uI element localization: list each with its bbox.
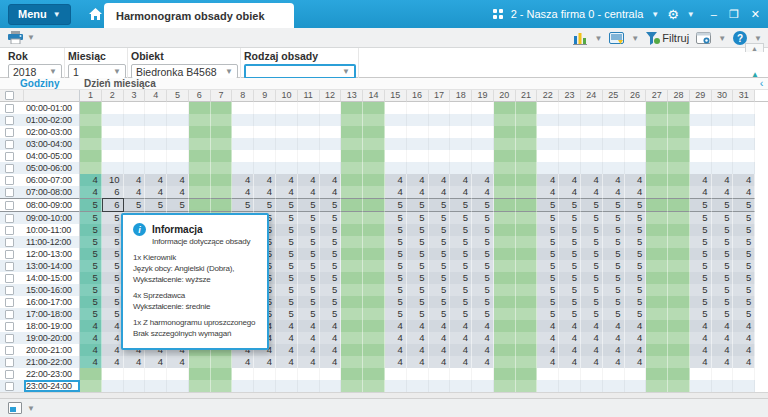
staffing-cell[interactable] <box>668 150 690 162</box>
staffing-cell[interactable] <box>690 368 712 380</box>
staffing-cell[interactable]: 4 <box>429 356 451 368</box>
day-column-header[interactable]: 26 <box>625 90 647 102</box>
filter-select[interactable]: 2018▼ <box>8 64 62 79</box>
staffing-cell[interactable]: 4 <box>603 174 625 186</box>
staffing-cell[interactable]: 5 <box>80 248 102 260</box>
time-cell[interactable]: 02:00-03:00 <box>24 126 80 138</box>
staffing-cell[interactable]: 5 <box>690 272 712 284</box>
staffing-cell[interactable]: 5 <box>80 212 102 224</box>
staffing-cell[interactable] <box>646 320 668 332</box>
staffing-cell[interactable]: 4 <box>145 186 167 198</box>
staffing-cell[interactable] <box>559 138 581 150</box>
staffing-cell[interactable]: 5 <box>603 248 625 260</box>
staffing-cell[interactable] <box>690 150 712 162</box>
staffing-cell[interactable] <box>516 320 538 332</box>
staffing-cell[interactable]: 5 <box>537 248 559 260</box>
staffing-cell[interactable] <box>603 368 625 380</box>
staffing-cell[interactable]: 5 <box>537 272 559 284</box>
day-column-header[interactable]: 7 <box>211 90 233 102</box>
staffing-cell[interactable] <box>124 150 146 162</box>
staffing-cell[interactable] <box>646 248 668 260</box>
staffing-cell[interactable]: 5 <box>559 248 581 260</box>
staffing-cell[interactable] <box>145 126 167 138</box>
staffing-cell[interactable]: 5 <box>603 212 625 224</box>
row-checkbox[interactable] <box>5 322 14 331</box>
staffing-cell[interactable] <box>603 150 625 162</box>
staffing-cell[interactable]: 5 <box>603 198 625 212</box>
staffing-cell[interactable]: 5 <box>712 224 734 236</box>
staffing-cell[interactable]: 5 <box>385 224 407 236</box>
staffing-cell[interactable] <box>429 368 451 380</box>
staffing-cell[interactable] <box>145 150 167 162</box>
staffing-cell[interactable] <box>341 224 363 236</box>
staffing-cell[interactable]: 5 <box>145 198 167 212</box>
staffing-cell[interactable]: 4 <box>80 174 102 186</box>
staffing-cell[interactable] <box>668 212 690 224</box>
staffing-cell[interactable] <box>733 380 755 392</box>
staffing-cell[interactable]: 4 <box>450 320 472 332</box>
day-column-header[interactable]: 2 <box>102 90 124 102</box>
staffing-cell[interactable] <box>189 186 211 198</box>
staffing-cell[interactable]: 4 <box>407 356 429 368</box>
staffing-cell[interactable] <box>254 162 276 174</box>
day-column-header[interactable]: 13 <box>341 90 363 102</box>
staffing-cell[interactable]: 5 <box>450 212 472 224</box>
staffing-cell[interactable]: 5 <box>450 224 472 236</box>
staffing-cell[interactable] <box>102 162 124 174</box>
select-all-checkbox[interactable] <box>5 91 14 100</box>
staffing-cell[interactable] <box>385 150 407 162</box>
staffing-cell[interactable]: 5 <box>450 272 472 284</box>
staffing-cell[interactable] <box>363 368 385 380</box>
staffing-cell[interactable]: 5 <box>80 236 102 248</box>
row-checkbox[interactable] <box>5 214 14 223</box>
close-button[interactable]: ✕ <box>751 8 760 21</box>
staffing-cell[interactable] <box>145 368 167 380</box>
staffing-cell[interactable]: 5 <box>429 248 451 260</box>
chevron-down-icon[interactable]: ▼ <box>651 10 659 19</box>
staffing-cell[interactable]: 5 <box>690 236 712 248</box>
staffing-cell[interactable] <box>733 162 755 174</box>
staffing-cell[interactable]: 5 <box>690 198 712 212</box>
staffing-cell[interactable] <box>494 344 516 356</box>
staffing-cell[interactable]: 5 <box>472 198 494 212</box>
staffing-cell[interactable] <box>211 102 233 114</box>
staffing-cell[interactable]: 5 <box>581 308 603 320</box>
time-cell[interactable]: 17:00-18:00 <box>24 308 80 320</box>
staffing-cell[interactable] <box>363 236 385 248</box>
staffing-cell[interactable] <box>646 308 668 320</box>
staffing-cell[interactable]: 5 <box>603 272 625 284</box>
staffing-cell[interactable]: 5 <box>276 224 298 236</box>
collapse-panel-button[interactable]: ▲ <box>745 43 764 52</box>
staffing-cell[interactable]: 4 <box>254 186 276 198</box>
row-checkbox[interactable] <box>5 310 14 319</box>
staffing-cell[interactable] <box>80 138 102 150</box>
staffing-cell[interactable]: 5 <box>407 198 429 212</box>
export-dropdown-chevron-icon[interactable]: ▼ <box>631 34 639 43</box>
staffing-cell[interactable] <box>124 126 146 138</box>
staffing-cell[interactable]: 4 <box>625 320 647 332</box>
help-dropdown-chevron-icon[interactable]: ▼ <box>754 34 762 43</box>
row-checkbox[interactable] <box>5 164 14 173</box>
staffing-cell[interactable] <box>733 102 755 114</box>
window-settings-dropdown-chevron-icon[interactable]: ▼ <box>718 34 726 43</box>
staffing-cell[interactable]: 5 <box>559 308 581 320</box>
staffing-cell[interactable] <box>211 114 233 126</box>
time-cell[interactable]: 06:00-07:00 <box>24 174 80 186</box>
staffing-cell[interactable]: 5 <box>733 272 755 284</box>
staffing-cell[interactable] <box>211 368 233 380</box>
staffing-cell[interactable] <box>363 272 385 284</box>
staffing-cell[interactable] <box>559 126 581 138</box>
staffing-cell[interactable]: 4 <box>80 332 102 344</box>
staffing-cell[interactable] <box>341 272 363 284</box>
staffing-cell[interactable] <box>625 150 647 162</box>
staffing-cell[interactable] <box>646 272 668 284</box>
staffing-cell[interactable]: 5 <box>472 296 494 308</box>
staffing-cell[interactable] <box>733 138 755 150</box>
staffing-cell[interactable] <box>232 114 254 126</box>
staffing-cell[interactable]: 5 <box>276 260 298 272</box>
staffing-cell[interactable] <box>646 174 668 186</box>
staffing-cell[interactable] <box>668 138 690 150</box>
day-column-header[interactable]: 8 <box>232 90 254 102</box>
staffing-cell[interactable] <box>668 126 690 138</box>
staffing-cell[interactable] <box>341 332 363 344</box>
